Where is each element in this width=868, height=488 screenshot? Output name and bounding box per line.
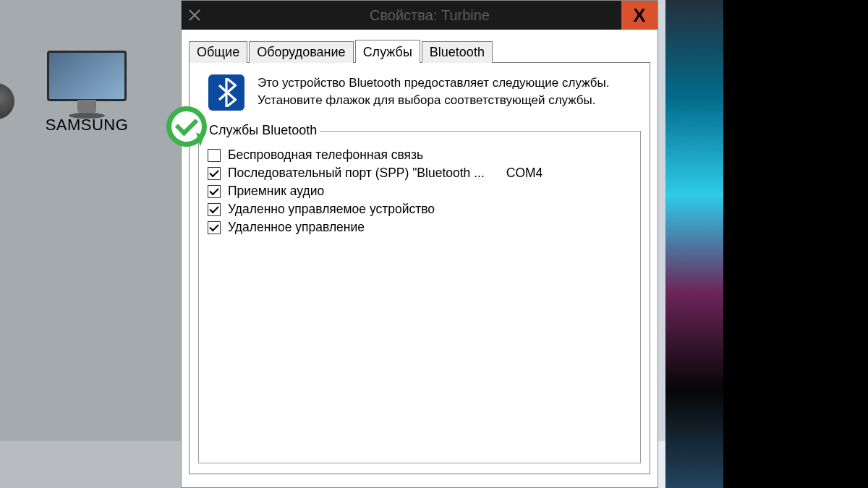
services-fieldset: Службы Bluetooth Беспроводная телефонная…	[198, 131, 641, 463]
tab-hardware[interactable]: Оборудование	[249, 41, 353, 63]
service-row: Последовательный порт (SPP) "Bluetooth .…	[208, 164, 631, 182]
service-label: Удаленно управляемое устройство	[228, 202, 435, 217]
intro-block: Это устройство Bluetooth предоставляет с…	[198, 74, 641, 111]
tabstrip: Общие Оборудование Службы Bluetooth	[189, 40, 650, 63]
tab-label: Оборудование	[257, 45, 345, 59]
tab-bluetooth[interactable]: Bluetooth	[422, 41, 493, 63]
window-title: Свойства: Turbine	[202, 7, 658, 24]
tab-panel-services: Это устройство Bluetooth предоставляет с…	[189, 62, 650, 474]
dialog-client: Общие Оборудование Службы Bluetooth Это …	[182, 30, 658, 487]
titlebar-icon	[187, 8, 202, 22]
fieldset-legend: Службы Bluetooth	[206, 123, 320, 138]
monitor-icon	[47, 51, 127, 108]
tab-general[interactable]: Общие	[189, 41, 247, 63]
service-label: Беспроводная телефонная связь	[228, 147, 423, 163]
right-black-area	[723, 0, 868, 488]
intro-line1: Это устройство Bluetooth предоставляет с…	[258, 74, 609, 92]
service-label: Последовательный порт (SPP) "Bluetooth .…	[228, 166, 485, 181]
intro-line2: Установите флажок для выбора соответству…	[258, 92, 609, 109]
service-row: Приемник аудио	[208, 182, 631, 200]
tab-services[interactable]: Службы	[355, 40, 420, 63]
properties-dialog: Свойства: Turbine X Общие Оборудование С…	[181, 0, 658, 488]
service-row: Беспроводная телефонная связь	[208, 146, 631, 164]
service-checkbox-2[interactable]	[208, 185, 221, 198]
service-checkbox-1[interactable]	[208, 167, 221, 180]
desktop-icon-samsung[interactable]: SAMSUNG	[29, 51, 145, 134]
intro-text: Это устройство Bluetooth предоставляет с…	[258, 74, 609, 109]
tab-label: Службы	[363, 45, 412, 59]
right-color-strip	[665, 0, 723, 488]
service-extra: COM4	[506, 166, 543, 181]
service-checkbox-0[interactable]	[208, 149, 221, 162]
services-list: Беспроводная телефонная связь Последоват…	[208, 146, 631, 236]
tab-label: Общие	[197, 45, 239, 59]
service-checkbox-4[interactable]	[208, 221, 221, 234]
titlebar[interactable]: Свойства: Turbine X	[182, 1, 658, 30]
annotation-check-badge	[166, 106, 207, 147]
service-row: Удаленно управляемое устройство	[208, 200, 631, 218]
close-button[interactable]: X	[621, 1, 658, 30]
service-label: Приемник аудио	[228, 184, 324, 199]
service-row: Удаленное управление	[208, 218, 631, 236]
service-checkbox-3[interactable]	[208, 203, 221, 216]
tab-label: Bluetooth	[430, 45, 485, 59]
service-label: Удаленное управление	[228, 220, 365, 235]
bluetooth-icon	[208, 74, 244, 111]
